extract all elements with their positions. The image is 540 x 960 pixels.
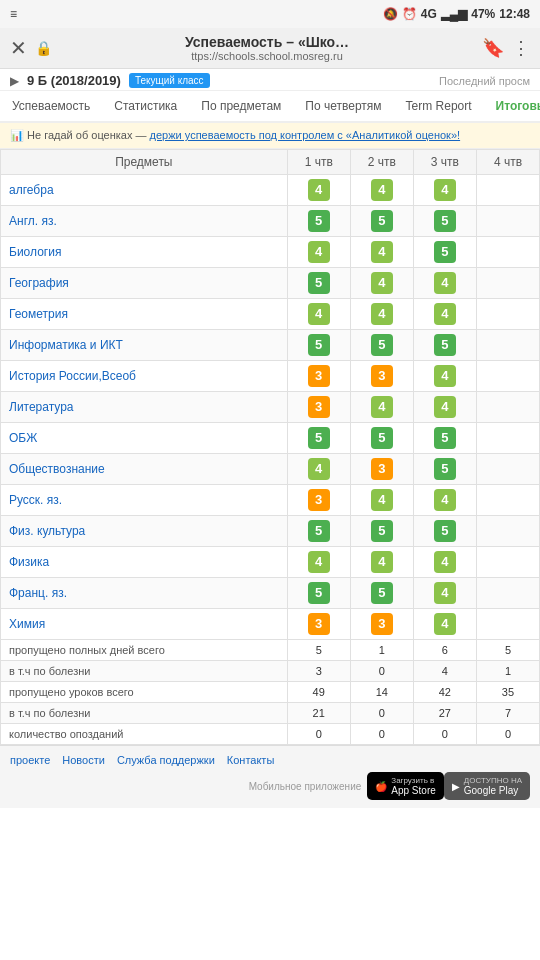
grade-badge: 4: [434, 272, 456, 294]
grade-badge: 4: [371, 272, 393, 294]
grade-badge: 5: [371, 210, 393, 232]
footer-link-news[interactable]: Новости: [62, 754, 105, 766]
grade-q3-cell: 4: [413, 175, 476, 206]
grade-badge: 4: [434, 396, 456, 418]
grade-badge: 5: [434, 210, 456, 232]
grade-q3-cell: 5: [413, 330, 476, 361]
stats-q4-cell: 0: [476, 724, 539, 745]
table-row: Биология445: [1, 237, 540, 268]
stats-q2-cell: 0: [350, 703, 413, 724]
google-play-button[interactable]: ▶ ДОСТУПНО НА Google Play: [444, 772, 530, 800]
table-row: ОБЖ555: [1, 423, 540, 454]
subject-name-cell[interactable]: ОБЖ: [1, 423, 288, 454]
tab-uspevaemost[interactable]: Успеваемость: [0, 91, 102, 123]
subject-name-cell[interactable]: Физика: [1, 547, 288, 578]
browser-toolbar: ✕ 🔒 Успеваемость – «Шко… ttps://schools.…: [0, 28, 540, 69]
grade-q2-cell: 4: [350, 485, 413, 516]
grade-q1-cell: 5: [287, 578, 350, 609]
grade-badge: 4: [308, 551, 330, 573]
promo-link[interactable]: держи успеваемость под контролем с «Анал…: [150, 129, 461, 141]
grade-q3-cell: 4: [413, 268, 476, 299]
grade-q3-cell: 4: [413, 485, 476, 516]
grade-q1-cell: 5: [287, 206, 350, 237]
stats-q3-cell: 0: [413, 724, 476, 745]
grade-badge: 3: [308, 396, 330, 418]
subject-name-cell[interactable]: Англ. яз.: [1, 206, 288, 237]
google-play-sub-label: ДОСТУПНО НА: [464, 776, 522, 785]
grade-q1-cell: 5: [287, 516, 350, 547]
subject-name-cell[interactable]: Биология: [1, 237, 288, 268]
table-row: Химия334: [1, 609, 540, 640]
grade-badge: 4: [434, 582, 456, 604]
more-menu-icon[interactable]: ⋮: [512, 37, 530, 59]
current-class-badge: Текущий класс: [129, 73, 210, 88]
stats-q3-cell: 42: [413, 682, 476, 703]
grade-q2-cell: 4: [350, 237, 413, 268]
subject-name-cell[interactable]: Физ. культура: [1, 516, 288, 547]
table-row: Геометрия444: [1, 299, 540, 330]
grade-q2-cell: 4: [350, 547, 413, 578]
grade-q4-cell: [476, 454, 539, 485]
grade-badge: 4: [371, 179, 393, 201]
grade-q1-cell: 4: [287, 237, 350, 268]
grade-badge: 3: [371, 365, 393, 387]
stats-q1-cell: 3: [287, 661, 350, 682]
bookmark-icon[interactable]: 🔖: [482, 37, 504, 59]
lock-icon: 🔒: [35, 40, 52, 56]
grade-q1-cell: 4: [287, 454, 350, 485]
stats-label: в т.ч по болезни: [1, 703, 288, 724]
tab-term-report[interactable]: Term Report: [394, 91, 484, 123]
grade-q2-cell: 3: [350, 361, 413, 392]
stats-q2-cell: 0: [350, 724, 413, 745]
subject-name-cell[interactable]: Информатика и ИКТ: [1, 330, 288, 361]
battery-label: 47%: [471, 7, 495, 21]
grade-badge: 3: [308, 489, 330, 511]
grade-badge: 3: [371, 613, 393, 635]
footer-link-project[interactable]: проекте: [10, 754, 50, 766]
tab-po-chetvertyam[interactable]: По четвертям: [293, 91, 393, 123]
footer-link-contacts[interactable]: Контакты: [227, 754, 275, 766]
grade-q1-cell: 5: [287, 423, 350, 454]
subject-name-cell[interactable]: Обществознание: [1, 454, 288, 485]
subject-name-cell[interactable]: История России,Всеоб: [1, 361, 288, 392]
stats-label: пропущено полных дней всего: [1, 640, 288, 661]
network-label: 4G: [421, 7, 437, 21]
subject-name-cell[interactable]: Франц. яз.: [1, 578, 288, 609]
subject-name-cell[interactable]: География: [1, 268, 288, 299]
stats-q4-cell: 35: [476, 682, 539, 703]
time-label: 12:48: [499, 7, 530, 21]
grade-q3-cell: 4: [413, 299, 476, 330]
grade-badge: 5: [434, 427, 456, 449]
chevron-icon: ▶: [10, 74, 19, 88]
grade-badge: 5: [308, 272, 330, 294]
tab-statistika[interactable]: Статистика: [102, 91, 189, 123]
subject-name-cell[interactable]: алгебра: [1, 175, 288, 206]
signal-icon: ▂▄▆: [441, 7, 468, 21]
stats-row: пропущено уроков всего49144235: [1, 682, 540, 703]
grade-q4-cell: [476, 361, 539, 392]
alarm-icon: ⏰: [402, 7, 417, 21]
close-button[interactable]: ✕: [10, 36, 27, 60]
tabs-container: Успеваемость Статистика По предметам По …: [0, 91, 540, 123]
subject-name-cell[interactable]: Русск. яз.: [1, 485, 288, 516]
tab-itogovye[interactable]: Итоговые: [484, 91, 540, 123]
grade-q2-cell: 5: [350, 206, 413, 237]
app-store-button[interactable]: 🍎 Загрузить в App Store: [367, 772, 443, 800]
grade-q4-cell: [476, 578, 539, 609]
subject-name-cell[interactable]: Химия: [1, 609, 288, 640]
stats-q3-cell: 4: [413, 661, 476, 682]
tab-po-predmetam[interactable]: По предметам: [189, 91, 293, 123]
grade-q1-cell: 4: [287, 299, 350, 330]
grade-badge: 4: [308, 241, 330, 263]
grade-badge: 5: [371, 427, 393, 449]
grade-badge: 5: [308, 427, 330, 449]
footer-link-support[interactable]: Служба поддержки: [117, 754, 215, 766]
grade-badge: 4: [371, 303, 393, 325]
table-row: Физика444: [1, 547, 540, 578]
grades-table-container: Предметы 1 чтв 2 чтв 3 чтв 4 чтв алгебра…: [0, 149, 540, 745]
subject-name-cell[interactable]: Литература: [1, 392, 288, 423]
stats-label: количество опозданий: [1, 724, 288, 745]
subject-name-cell[interactable]: Геометрия: [1, 299, 288, 330]
stats-q1-cell: 21: [287, 703, 350, 724]
grade-q1-cell: 3: [287, 609, 350, 640]
